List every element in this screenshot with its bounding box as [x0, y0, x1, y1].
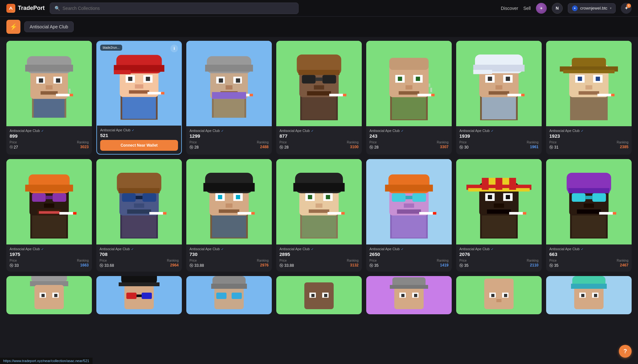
- nft-card[interactable]: Antisocial Ape Club✓ 708 PriceⓃ 33.68 Ra…: [96, 159, 182, 272]
- svg-rect-53: [315, 77, 322, 81]
- nav-sell[interactable]: Sell: [523, 6, 530, 11]
- svg-rect-98: [596, 77, 600, 81]
- svg-rect-83: [506, 77, 510, 81]
- nft-card[interactable]: Antisocial Ape Club ✓ 899 Price Ⓝ 27 Ran…: [6, 41, 92, 155]
- svg-rect-180: [509, 178, 516, 190]
- nft-info: Antisocial Ape Club✓ 2895 PriceⓃ 33.88 R…: [276, 244, 362, 272]
- astro-icon-btn[interactable]: ✦: [536, 3, 547, 14]
- svg-rect-127: [127, 209, 151, 214]
- collection-name-label: Antisocial Ape Club: [10, 129, 40, 133]
- logo[interactable]: TradePort: [6, 4, 45, 13]
- nft-card[interactable]: Antisocial Ape Club✓ 1975 PriceⓃ 33 Rank…: [6, 159, 92, 272]
- nft-card-partial[interactable]: [456, 276, 542, 314]
- svg-rect-152: [308, 195, 312, 199]
- svg-rect-26: [135, 84, 143, 89]
- nft-card-partial[interactable]: [96, 276, 182, 314]
- ranking-label: Ranking: [77, 141, 89, 144]
- svg-rect-11: [41, 91, 58, 95]
- svg-rect-101: [597, 94, 613, 96]
- nft-info: Antisocial Ape Club ✓ 521 Connect Near W…: [97, 126, 181, 154]
- status-bar: https://www.tradeport.xyz/near/collectio…: [0, 358, 93, 364]
- nft-card[interactable]: Antisocial Ape Club✓ 1299 PriceⓃ 28 Rank…: [186, 41, 272, 155]
- svg-rect-168: [397, 209, 421, 214]
- svg-rect-99: [585, 85, 592, 89]
- svg-rect-21: [114, 70, 131, 74]
- svg-rect-138: [218, 195, 222, 199]
- filter-icon: ⚡: [10, 23, 18, 31]
- help-button[interactable]: ?: [619, 345, 632, 358]
- nft-card[interactable]: Antisocial Ape Club✓ 243 PriceⓃ 28 Ranki…: [366, 41, 452, 155]
- nft-card-partial[interactable]: [366, 276, 452, 314]
- nft-card[interactable]: Antisocial Ape Club✓ 2895 PriceⓃ 33.88 R…: [276, 159, 362, 272]
- filter-button[interactable]: ⚡: [6, 20, 20, 34]
- nft-image: [186, 41, 272, 126]
- n-icon-btn[interactable]: N: [552, 3, 563, 14]
- svg-rect-12: [56, 94, 71, 96]
- svg-rect-140: [226, 203, 232, 207]
- nft-card[interactable]: Antisocial Ape Club✓ 2076 PriceⓃ 35 Rank…: [456, 159, 542, 272]
- svg-rect-213: [119, 282, 160, 286]
- svg-rect-222: [232, 293, 242, 299]
- svg-rect-199: [577, 209, 601, 214]
- nft-image: [456, 159, 542, 244]
- svg-rect-13: [70, 94, 73, 96]
- svg-rect-201: [613, 212, 616, 215]
- svg-rect-70: [431, 94, 435, 96]
- svg-rect-122: [119, 188, 160, 193]
- logo-text: TradePort: [18, 5, 45, 11]
- nft-card[interactable]: Antisocial Ape Club✓ 2650 PriceⓃ 35 Rank…: [366, 159, 452, 272]
- nft-card[interactable]: Antisocial Ape Club✓ 730 PriceⓃ 33.88 Ra…: [186, 159, 272, 272]
- nft-id: 899: [10, 133, 89, 139]
- wallet-chevron-icon: ▾: [610, 6, 612, 10]
- svg-rect-9: [56, 78, 60, 83]
- notification-badge: 1: [627, 4, 631, 8]
- search-bar[interactable]: 🔍: [50, 3, 299, 14]
- card-info-btn[interactable]: ℹ: [170, 45, 178, 52]
- svg-rect-51: [302, 75, 315, 84]
- wallet-btn[interactable]: ✦ crownjewel.btc ▾: [568, 3, 616, 13]
- search-input[interactable]: [63, 6, 294, 11]
- nft-card-partial[interactable]: [546, 276, 632, 314]
- svg-rect-57: [343, 94, 346, 96]
- svg-rect-14: [69, 89, 70, 93]
- svg-rect-154: [315, 203, 322, 207]
- nft-card-highlighted[interactable]: blade2run... ℹ Antisocial Ape Club ✓ 521…: [96, 41, 182, 155]
- nft-id: 521: [100, 133, 178, 138]
- nft-info: Antisocial Ape Club✓ 708 PriceⓃ 33.68 Ra…: [96, 244, 182, 272]
- svg-rect-62: [389, 58, 428, 70]
- svg-rect-188: [523, 212, 526, 215]
- svg-rect-194: [568, 188, 610, 193]
- svg-rect-197: [585, 196, 592, 199]
- logo-icon: [6, 4, 15, 13]
- svg-rect-100: [579, 91, 599, 95]
- header: TradePort 🔍 Discover Sell ✦ N ✦ crownjew…: [0, 0, 638, 17]
- svg-rect-242: [504, 294, 507, 297]
- nft-image: [366, 41, 452, 126]
- nft-info: Antisocial Ape Club✓ 877 PriceⓃ 28 Ranki…: [276, 126, 362, 153]
- svg-rect-139: [236, 195, 240, 199]
- svg-rect-129: [163, 212, 167, 215]
- svg-rect-169: [419, 212, 434, 215]
- svg-rect-167: [404, 203, 414, 207]
- svg-rect-220: [211, 284, 247, 289]
- connect-wallet-button[interactable]: Connect Near Wallet: [100, 140, 178, 151]
- nft-info: Antisocial Ape Club✓ 1923 PriceⓃ 31 Rank…: [546, 126, 632, 153]
- nft-card-partial[interactable]: [6, 276, 92, 314]
- nft-card-partial[interactable]: [276, 276, 362, 314]
- nft-card-partial[interactable]: [186, 276, 272, 314]
- nft-info: Antisocial Ape Club✓ 1299 PriceⓃ 28 Rank…: [186, 126, 272, 153]
- notification-btn[interactable]: ✦ 1: [621, 3, 632, 14]
- nav-discover[interactable]: Discover: [501, 6, 518, 11]
- svg-rect-25: [146, 77, 150, 81]
- nft-card[interactable]: Antisocial Ape Club✓ 877 PriceⓃ 28 Ranki…: [276, 41, 362, 155]
- svg-rect-227: [311, 294, 315, 297]
- svg-rect-116: [73, 212, 77, 215]
- svg-rect-65: [398, 77, 402, 81]
- search-icon: 🔍: [55, 6, 60, 11]
- svg-rect-111: [46, 196, 52, 199]
- svg-rect-24: [128, 77, 132, 81]
- nft-card[interactable]: Antisocial Ape Club✓ 1939 PriceⓃ 30 Rank…: [456, 41, 542, 155]
- svg-rect-123: [122, 193, 136, 202]
- nft-card[interactable]: Antisocial Ape Club✓ 663 PriceⓃ 35 Ranki…: [546, 159, 632, 272]
- nft-card[interactable]: Antisocial Ape Club✓ 1923 PriceⓃ 31 Rank…: [546, 41, 632, 155]
